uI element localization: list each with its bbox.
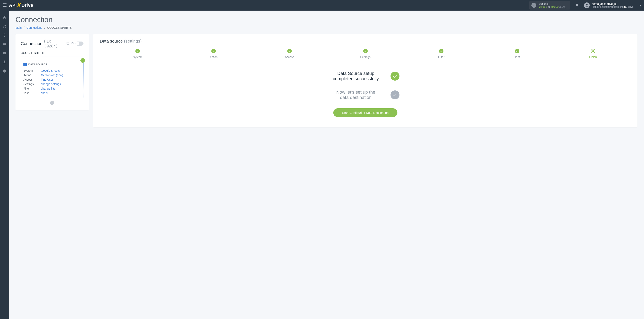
connection-panel: Connection (ID: 39284) GOOGLE SHEETS 1 D… [16,34,89,110]
step-label: Access [252,55,328,59]
step-dot [136,49,140,53]
copy-icon[interactable] [66,42,69,46]
check-circle-grey-icon [390,90,400,99]
step-filter[interactable]: Filter [403,49,479,59]
logo-api: API [9,3,17,8]
step-action[interactable]: Action [176,49,252,59]
plan-days: 357 [624,6,628,8]
user-text: demo_apix-drive_s2 Plan |Start| left unt… [592,2,634,8]
stepper: SystemActionAccessSettingsFilterTestFini… [100,49,631,59]
ds-row: Settingschange settings [24,82,81,86]
actions-current: 25'161 [539,5,547,8]
step-settings[interactable]: Settings [328,49,403,59]
step-label: Finish [555,55,631,59]
ds-row-key: Settings [24,82,41,86]
ds-row: Testcheck [24,91,81,95]
ds-header: 1 DATA SOURCE [24,63,81,66]
step-label: Action [176,55,252,59]
actions-label: Actions: [539,2,567,5]
top-bar: ☰ API X Drive i Actions: 25'161 of 50'00… [0,0,644,10]
ds-panel-title: Data source (settings) [100,39,631,44]
breadcrumb: Main / Connections / GOOGLE SHEETS [16,26,638,29]
ds-row: SystemGoogle Sheets [24,68,81,73]
dollar-icon[interactable] [0,31,9,40]
menu-icon[interactable]: ☰ [3,3,9,8]
info-icon: i [532,3,536,8]
home-icon[interactable] [0,13,9,22]
conn-title-row: Connection (ID: 39284) [21,39,84,48]
step-system[interactable]: System [100,49,176,59]
start-destination-button[interactable]: Start Configuring Data Destination [333,108,398,117]
step-dot [211,49,216,53]
video-icon[interactable] [0,49,9,58]
briefcase-icon[interactable] [0,40,9,48]
enable-toggle[interactable] [76,42,84,46]
ds-panel-title-sub: (settings) [124,39,142,43]
ds-row-value[interactable]: change settings [41,82,61,86]
ds-row-key: Access [24,78,41,81]
connections-icon[interactable] [0,22,9,30]
bell-icon[interactable] [575,3,579,8]
ds-row-key: System [24,69,41,72]
crumb-connections[interactable]: Connections [26,26,42,29]
ds-title: DATA SOURCE [28,63,47,66]
step-label: System [100,55,176,59]
logo-x: X [17,2,21,8]
data-source-panel: Data source (settings) SystemActionAcces… [93,34,638,127]
plan-days-suffix: days [628,6,634,8]
step-dot [515,49,520,53]
ds-panel-title-main: Data source [100,39,123,43]
ds-number: 1 [24,63,27,66]
conn-title: Connection [21,41,42,46]
ds-row: ActionGet ROWS (new) [24,73,81,77]
actions-values: 25'161 of 50'000 (50%) [539,5,567,8]
step-dot [287,49,292,53]
ds-row-value[interactable]: check [41,92,48,95]
profile-icon[interactable] [0,58,9,66]
step-label: Filter [403,55,479,59]
data-source-box[interactable]: 1 DATA SOURCE SystemGoogle SheetsActionG… [21,60,84,98]
ds-row: AccessTina User [24,77,81,82]
conn-id: (ID: 39284) [44,39,65,48]
step-finish[interactable]: Finish [555,49,631,59]
ds-row-value[interactable]: Google Sheets [41,69,60,72]
logo[interactable]: API X Drive [9,2,33,8]
chevron-down-icon: ▾ [640,4,641,7]
done-message: Data Source setup completed successfully [332,71,380,82]
user-plan: Plan |Start| left until payment 357 days [592,6,634,8]
step-test[interactable]: Test [479,49,555,59]
actions-counter[interactable]: i Actions: 25'161 of 50'000 (50%) [529,1,570,10]
conn-service: GOOGLE SHEETS [21,51,84,57]
help-icon[interactable] [0,67,9,75]
ds-row-key: Action [24,74,41,77]
step-label: Test [479,55,555,59]
ds-row: Filterchange filter [24,86,81,91]
finish-next-row: Now let's set up the data destination [296,90,435,100]
crumb-main[interactable]: Main [16,26,22,29]
plan-prefix: Plan |Start| left until payment [592,6,623,8]
add-button[interactable]: + [50,101,54,105]
ds-row-value[interactable]: change filter [41,87,56,90]
page-title: Connection [16,16,638,24]
step-access[interactable]: Access [252,49,328,59]
step-dot [363,49,368,53]
step-dot [591,49,595,53]
actions-total: 50'000 [551,5,559,8]
gear-icon[interactable] [71,42,74,46]
crumb-current: GOOGLE SHEETS [47,26,72,29]
avatar-icon [584,2,590,8]
main: Connection Main / Connections / GOOGLE S… [9,10,644,132]
next-message: Now let's set up the data destination [332,90,380,100]
sidebar [0,10,9,132]
user-menu[interactable]: demo_apix-drive_s2 Plan |Start| left unt… [584,2,641,8]
ds-row-key: Test [24,92,41,95]
ds-row-value[interactable]: Tina User [41,78,53,81]
actions-of: of [548,5,550,8]
ds-rows: SystemGoogle SheetsActionGet ROWS (new)A… [24,68,81,95]
check-icon [80,58,85,63]
finish-done-row: Data Source setup completed successfully [296,71,435,82]
ds-row-value[interactable]: Get ROWS (new) [41,74,63,77]
logo-drive: Drive [22,3,33,8]
user-name: demo_apix-drive_s2 [592,2,634,6]
check-circle-icon [390,72,400,80]
